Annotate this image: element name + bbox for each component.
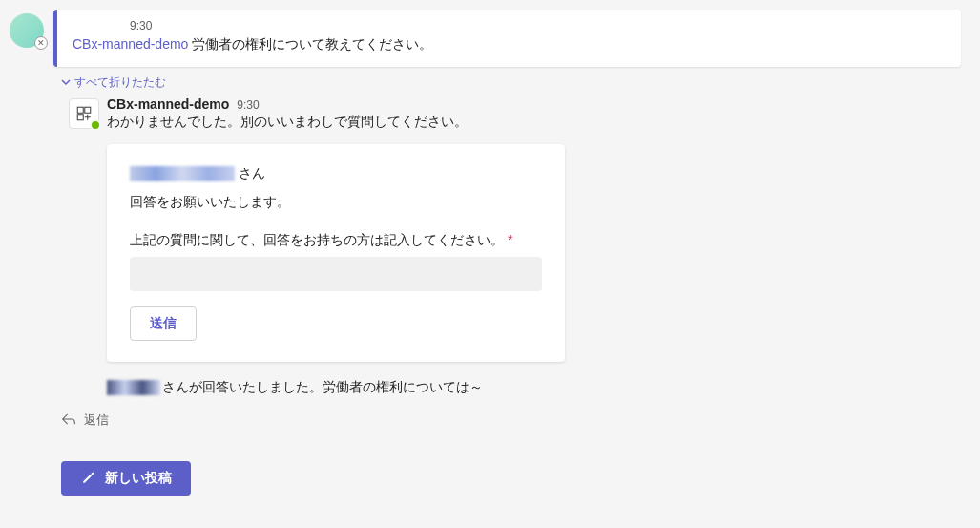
response-card: さん 回答をお願いいたします。 上記の質問に関して、回答をお持ちの方は記入してく…	[107, 144, 565, 362]
field-label-text: 上記の質問に関して、回答をお持ちの方は記入してください。	[130, 232, 504, 247]
new-post-button[interactable]: 新しい投稿	[61, 461, 191, 496]
card-user-line: さん	[130, 165, 542, 182]
message-timestamp: 9:30	[130, 19, 946, 32]
svg-rect-1	[85, 107, 91, 113]
avatar-column: ✕	[0, 10, 53, 48]
answer-text: さんが回答いたしました。労働者の権利については～	[162, 379, 483, 396]
answer-input[interactable]	[130, 257, 542, 291]
reply-label: 返信	[84, 412, 109, 429]
submit-button[interactable]: 送信	[130, 306, 197, 341]
new-post-label: 新しい投稿	[105, 470, 172, 487]
answer-line: さんが回答いたしました。労働者の権利については～	[107, 379, 951, 396]
reply-icon	[61, 412, 76, 429]
required-asterisk: *	[508, 232, 512, 247]
reply-button[interactable]: 返信	[61, 412, 961, 429]
compose-icon	[80, 471, 95, 486]
redacted-user-name	[130, 166, 235, 181]
card-field-label: 上記の質問に関して、回答をお持ちの方は記入してください。*	[130, 232, 542, 249]
reply-timestamp: 9:30	[237, 98, 259, 112]
reply-header: CBx-manned-demo 9:30	[107, 96, 951, 112]
svg-rect-2	[77, 115, 83, 120]
message-text: 労働者の権利について教えてください。	[188, 36, 432, 52]
bot-reply-row: CBx-manned-demo 9:30 わかりませんでした。別のいいまわしで質…	[61, 96, 951, 408]
reply-content: CBx-manned-demo 9:30 わかりませんでした。別のいいまわしで質…	[107, 96, 951, 408]
new-post-row: 新しい投稿	[61, 461, 961, 496]
card-instruction: 回答をお願いいたします。	[130, 194, 542, 211]
redacted-responder-name	[107, 380, 160, 395]
mention-link[interactable]: CBx-manned-demo	[73, 36, 188, 52]
bot-avatar-wrap	[61, 96, 107, 129]
chat-container: ✕ 9:30 CBx-manned-demo 労働者の権利について教えてください…	[0, 0, 980, 515]
collapse-label: すべて折りたたむ	[74, 74, 166, 91]
app-icon	[75, 105, 93, 122]
svg-rect-0	[77, 107, 83, 113]
chevron-down-icon	[61, 76, 71, 90]
reply-text: わかりませんでした。別のいいまわしで質問してください。	[107, 114, 951, 131]
main-message-row: ✕ 9:30 CBx-manned-demo 労働者の権利について教えてください…	[0, 10, 961, 67]
user-suffix: さん	[239, 165, 265, 182]
collapse-all-button[interactable]: すべて折りたたむ	[61, 74, 961, 91]
status-unknown-icon: ✕	[34, 36, 48, 50]
main-message-card[interactable]: 9:30 CBx-manned-demo 労働者の権利について教えてください。	[53, 10, 961, 67]
presence-available-icon	[90, 119, 101, 131]
bot-name[interactable]: CBx-manned-demo	[107, 96, 229, 112]
